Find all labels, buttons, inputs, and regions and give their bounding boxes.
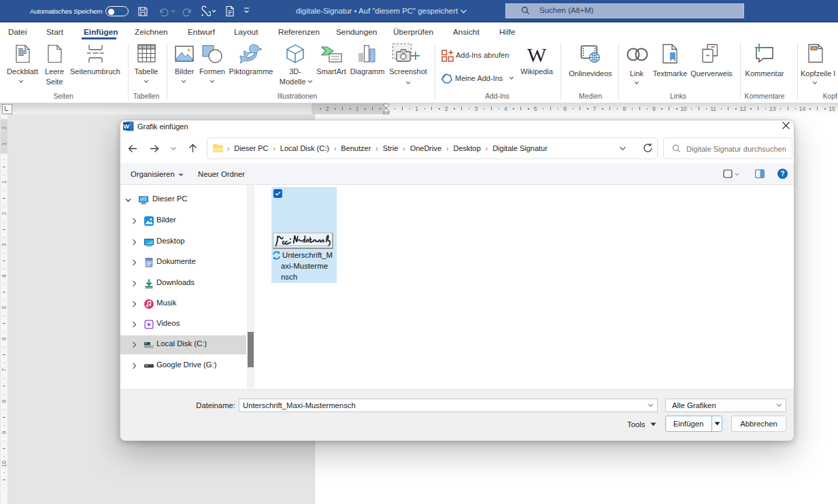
svg-text:?: ?: [780, 170, 784, 178]
svg-text:W: W: [123, 123, 129, 130]
